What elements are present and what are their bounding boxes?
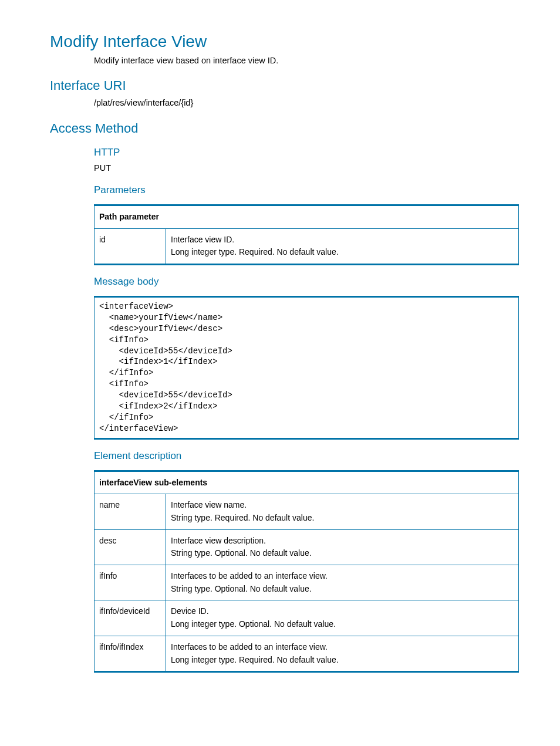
message-body-heading: Message body xyxy=(94,276,519,288)
http-method: PUT xyxy=(94,162,519,174)
page-title: Modify Interface View xyxy=(50,32,519,51)
table-row: desc Interface view description. String … xyxy=(95,529,519,565)
element-name: ifInfo xyxy=(95,565,166,600)
table-header: Path parameter xyxy=(95,205,519,228)
uri-path: /plat/res/view/interface/{id} xyxy=(94,97,519,109)
table-row: ifInfo/ifIndex Interfaces to be added to… xyxy=(95,636,519,671)
page-intro: Modify interface view based on interface… xyxy=(94,55,519,66)
parameters-heading: Parameters xyxy=(94,184,519,196)
table-row: ifInfo Interfaces to be added to an inte… xyxy=(95,565,519,600)
table-row: ifInfo/deviceId Device ID. Long integer … xyxy=(95,600,519,636)
element-desc: Interfaces to be added to an interface v… xyxy=(166,565,519,600)
element-name: name xyxy=(95,494,166,529)
path-parameter-table: Path parameter id Interface view ID. Lon… xyxy=(94,204,519,265)
element-description-table: interfaceView sub-elements name Interfac… xyxy=(94,470,519,673)
param-name: id xyxy=(95,228,166,264)
element-desc: Device ID. Long integer type. Optional. … xyxy=(166,600,519,636)
table-row: name Interface view name. String type. R… xyxy=(95,494,519,529)
http-heading: HTTP xyxy=(94,147,519,158)
element-desc: Interface view name. String type. Requir… xyxy=(166,494,519,529)
element-desc: Interface view description. String type.… xyxy=(166,529,519,565)
element-desc: Interfaces to be added to an interface v… xyxy=(166,636,519,671)
element-description-heading: Element description xyxy=(94,450,519,462)
table-header: interfaceView sub-elements xyxy=(95,471,519,494)
param-desc: Interface view ID. Long integer type. Re… xyxy=(166,228,519,264)
table-header-row: interfaceView sub-elements xyxy=(95,471,519,494)
table-row: id Interface view ID. Long integer type.… xyxy=(95,228,519,264)
message-body-code: <interfaceView> <name>yourIfView</name> … xyxy=(94,296,519,440)
access-heading: Access Method xyxy=(50,121,519,136)
element-name: desc xyxy=(95,529,166,565)
table-header-row: Path parameter xyxy=(95,205,519,228)
uri-heading: Interface URI xyxy=(50,78,519,93)
element-name: ifInfo/ifIndex xyxy=(95,636,166,671)
element-name: ifInfo/deviceId xyxy=(95,600,166,636)
